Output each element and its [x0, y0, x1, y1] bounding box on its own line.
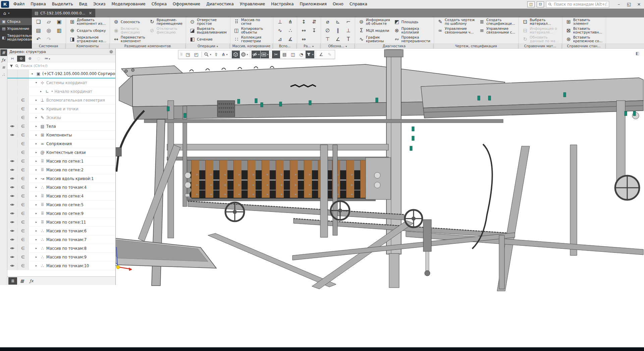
expand-arrow-icon[interactable]: ▸ [36, 160, 39, 163]
visibility-cell[interactable] [7, 244, 17, 252]
viewport-3d[interactable]: ⠿ ◳ ◰ ⇧ [116, 49, 644, 351]
tree-row[interactable]: ▸ ⠿ Массив по сетке:11 [7, 218, 115, 227]
eye-icon[interactable] [10, 194, 14, 198]
tree-search[interactable] [7, 62, 115, 70]
expand-arrow-icon[interactable]: ▾ [36, 81, 39, 84]
command-search[interactable] [546, 1, 609, 8]
eye-icon[interactable] [10, 264, 14, 268]
eye-icon[interactable] [10, 246, 14, 250]
visibility-cell[interactable] [7, 166, 17, 174]
tree-item-label[interactable]: Вспомогательная геометрия [46, 98, 105, 103]
expand-arrow-icon[interactable]: ▸ [36, 255, 39, 258]
aux-angle[interactable]: ∡ [285, 35, 296, 44]
menu-item[interactable]: Правка [28, 0, 49, 8]
tree-item-label[interactable]: Контекстные связи [46, 150, 86, 155]
eye-icon[interactable] [10, 229, 14, 233]
save[interactable]: ▣ [54, 17, 64, 26]
screen-settings-icon[interactable]: ⊡ [537, 1, 544, 7]
tree-display-options[interactable]: ≔ [43, 56, 51, 62]
tree-item-label[interactable]: Массив по точкам:7 [46, 237, 87, 242]
eye-icon[interactable] [10, 220, 14, 224]
visibility-cell[interactable] [7, 148, 17, 157]
tree-row[interactable]: ▸ ∴ Массив по точкам:6 [7, 227, 115, 235]
tree-row[interactable]: ▸ ∴ Массив по точкам:7 [7, 235, 115, 244]
simple-hole[interactable]: ⊙ Отверстие простое [187, 17, 229, 26]
eye-icon[interactable] [10, 133, 14, 137]
render-mode-icon[interactable] [240, 51, 249, 58]
visibility-cell[interactable] [7, 192, 17, 200]
print[interactable]: ▤ [33, 26, 44, 35]
expand-arrow-icon[interactable]: ▸ [36, 142, 39, 145]
menu-item[interactable]: Управление [237, 0, 268, 8]
tree-view-structure[interactable]: ≎ [17, 56, 25, 62]
tree-row[interactable]: ▾ ⊹ Системы координат [7, 78, 115, 87]
orientation-icon[interactable]: ⋔ [221, 51, 229, 58]
visibility-cell[interactable] [7, 87, 17, 96]
visibility-cell[interactable] [7, 261, 17, 270]
tree-row[interactable]: ▸ ∟ • Начало координат [7, 87, 115, 96]
tree-row[interactable]: ▸ ∴ Массив по точкам:8 [7, 244, 115, 253]
panel-hierarchy[interactable]: ∴ [0, 71, 7, 78]
rotate-move[interactable]: ↻ Вращение- перемещение [147, 17, 184, 26]
expand-arrow-icon[interactable]: ▸ [36, 99, 39, 102]
tree-item-label[interactable]: Компоненты [46, 133, 72, 137]
expand-arrow-icon[interactable]: ▸ [36, 186, 39, 189]
menu-item[interactable]: Сборка [149, 0, 170, 8]
copy-objects[interactable]: ◫ Копировать объекты [232, 26, 272, 35]
expand-arrow-icon[interactable]: ▾ [32, 72, 35, 75]
tree-item-label[interactable]: Кривые и точки [46, 107, 78, 111]
cut-extrude[interactable]: ◪ Вырезать выдавливанием [187, 26, 229, 35]
enable-fixation[interactable]: ◉ Включить фиксацию [111, 26, 147, 35]
new-document[interactable]: ❏ [33, 17, 44, 26]
tree-row[interactable]: ▸ ∴ Массив по точкам:4 [7, 183, 115, 192]
area[interactable]: ◩ Площадь [392, 17, 432, 26]
menu-item[interactable]: Настройка [268, 0, 297, 8]
material-info[interactable]: ⊟ Информация о материале... [520, 26, 561, 35]
tree-tab-structure[interactable]: ≣ [8, 277, 17, 285]
tree-row[interactable]: ▸ ▤ Тела [7, 122, 115, 131]
collision-check[interactable]: ⊗ Проверка коллизий [392, 26, 432, 35]
sector-icon[interactable]: ◔ [297, 51, 305, 58]
open-document[interactable]: ▱ [44, 17, 54, 26]
eye-icon[interactable] [10, 185, 14, 189]
create-specification[interactable]: ≣ Создать спецификаци... [477, 17, 517, 26]
tree-row[interactable]: ▸ ↝ Массив вдоль кривой:1 [7, 174, 115, 183]
hide-objects-icon[interactable] [252, 51, 260, 58]
aux-point[interactable]: ⋔ [285, 17, 296, 26]
expand-arrow-icon[interactable]: ▸ [36, 151, 39, 154]
mirror-components[interactable]: ◨ Зеркальное отражение ко... [67, 35, 108, 44]
orient-up-icon[interactable]: ⇧ [212, 51, 220, 58]
zoom-tool[interactable] [203, 51, 212, 58]
add-component[interactable]: ⊞ Добавить компонент из... [67, 17, 108, 26]
visibility-cell[interactable] [7, 218, 17, 226]
mark-diameter[interactable]: ⌀ [322, 17, 333, 26]
tree-row[interactable]: ▸ ⊥ Вспомогательная геометрия [7, 96, 115, 105]
toolbar-grip[interactable]: ⠿ [179, 51, 183, 58]
tab-close-icon[interactable]: × [89, 11, 92, 15]
tree-item-label[interactable]: Массив по точкам:10 [46, 264, 89, 268]
mark-angle[interactable]: ⊾ [333, 17, 343, 26]
eye-icon[interactable] [10, 159, 14, 163]
aux-axis[interactable]: ⊿ [275, 35, 285, 44]
eye-icon[interactable] [10, 237, 14, 242]
visibility-cell[interactable] [7, 122, 17, 130]
update-material[interactable]: ↻ Обновить данные по ма... [520, 35, 561, 44]
visibility-cell[interactable] [7, 200, 17, 209]
gear-icon[interactable] [109, 50, 113, 54]
visibility-cell[interactable] [7, 183, 17, 191]
expand-arrow-icon[interactable]: ▸ [36, 229, 39, 232]
tree-item-label[interactable]: Массив по сетке:9 [46, 211, 84, 216]
document-tab[interactable]: ▤ СТ-192.105.000.000.0... × [32, 9, 95, 17]
expand-arrow-icon[interactable]: ▸ [36, 107, 39, 110]
redo[interactable]: ↷ [44, 35, 54, 44]
visibility-cell[interactable] [7, 131, 17, 139]
minimize-button[interactable]: – [614, 0, 624, 8]
mark-corner[interactable]: ∠ [333, 35, 343, 44]
display-mode-icon[interactable] [232, 51, 240, 58]
tree-item-label[interactable]: Массив вдоль кривой:1 [46, 176, 94, 181]
tree-view-composition[interactable]: ∺ [8, 56, 16, 62]
dim-linear[interactable]: ⇔ [299, 35, 309, 44]
tree-row[interactable]: ▸ ⠿ Массив по сетке:1 [7, 157, 115, 166]
expand-arrow-icon[interactable]: ▸ [36, 168, 39, 171]
mark-base[interactable]: ⊤ [322, 35, 333, 44]
